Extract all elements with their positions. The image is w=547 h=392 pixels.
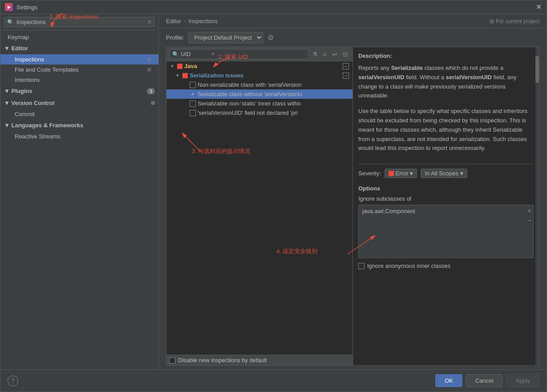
item2-label: Serializable class without 'serialVersio… bbox=[198, 91, 349, 97]
tree-java-item[interactable]: ▼ Java − bbox=[166, 61, 353, 71]
ok-button[interactable]: OK bbox=[435, 374, 462, 387]
profile-label: Profile: bbox=[166, 34, 184, 41]
ignore-anon-checkbox[interactable] bbox=[358, 263, 365, 269]
description-title: Description: bbox=[358, 53, 534, 59]
options-title: Options bbox=[358, 185, 534, 192]
view-options-button[interactable]: ⊟ bbox=[341, 50, 350, 59]
scope-chevron-icon: ▾ bbox=[460, 170, 463, 177]
sidebar-item-languages[interactable]: ▼ Languages & Frameworks bbox=[0, 119, 158, 131]
ignore-anon-row: Ignore anonymous inner classes bbox=[358, 263, 534, 269]
help-button[interactable]: ? bbox=[8, 376, 18, 386]
divider bbox=[358, 164, 534, 164]
file-templates-icon: ⊞ bbox=[147, 67, 151, 73]
item4-checkbox[interactable] bbox=[190, 110, 196, 116]
app-icon: ▶ bbox=[5, 3, 13, 11]
search-wrapper[interactable]: 🔍 ✕ bbox=[4, 17, 155, 27]
tree-panel: 🔍 ✕ ⚗ ≡ ⇌ ⊟ ▼ bbox=[166, 47, 353, 366]
serialization-label: Serialization issues bbox=[190, 72, 341, 79]
sidebar-item-editor[interactable]: ▼ Editor bbox=[0, 42, 158, 54]
item1-checkbox[interactable] bbox=[190, 82, 196, 88]
sidebar-item-keymap[interactable]: Keymap bbox=[0, 32, 158, 42]
tree-toolbar: 🔍 ✕ ⚗ ≡ ⇌ ⊟ bbox=[166, 47, 353, 61]
scrollbar-track bbox=[535, 47, 539, 365]
item3-checkbox[interactable] bbox=[190, 101, 196, 107]
tree-item-1[interactable]: Non-serializable class with 'serialVersi… bbox=[166, 80, 353, 89]
disable-inspections-label: Disable new inspections by default bbox=[178, 357, 267, 364]
sidebar-item-file-templates[interactable]: File and Code Templates ⊞ bbox=[0, 65, 158, 75]
panel-body: Profile: Project Default Project ⚙ 🔍 bbox=[159, 28, 547, 369]
tree-serialization-item[interactable]: ▼ Serialization issues − bbox=[166, 71, 353, 80]
sidebar-item-reactive-streams[interactable]: Reactive Streams bbox=[0, 131, 158, 141]
tree-item-3[interactable]: Serializable non-'static' inner class wi… bbox=[166, 99, 353, 108]
ignore-label: Ignore subclasses of bbox=[358, 195, 534, 202]
project-icon: ⊞ bbox=[490, 18, 494, 24]
java-label: Java bbox=[184, 63, 341, 69]
main-content: Editor › Inspections ⊞ For current proje… bbox=[159, 14, 547, 369]
search-bar-area: 🔍 ✕ bbox=[0, 14, 158, 30]
close-button[interactable]: ✕ bbox=[535, 4, 542, 11]
item1-label: Non-serializable class with 'serialVersi… bbox=[198, 81, 349, 88]
severity-row: Severity: Error ▾ In All Scopes ▾ bbox=[358, 169, 534, 178]
cancel-button[interactable]: Cancel bbox=[466, 374, 502, 387]
description-text2: Use the table below to specify what spec… bbox=[358, 107, 534, 153]
tree-clear-button[interactable]: ✕ bbox=[209, 50, 217, 58]
item4-label: 'serialVersionUID' field not declared 'p… bbox=[198, 109, 349, 116]
tree-item-4[interactable]: 'serialVersionUID' field not declared 'p… bbox=[166, 108, 353, 117]
apply-button[interactable]: Apply bbox=[506, 374, 539, 387]
sidebar-item-inspections[interactable]: Inspections ⊞ bbox=[0, 54, 158, 65]
description-panel: Description: Reports any Serializable cl… bbox=[353, 47, 539, 366]
severity-select[interactable]: Error ▾ bbox=[385, 169, 417, 178]
sidebar-nav: Keymap ▼ Editor Inspections ⊞ File and C… bbox=[0, 30, 158, 369]
clear-search-button[interactable]: ✕ bbox=[147, 19, 152, 25]
class-list-item: java.awt.Component bbox=[361, 207, 531, 215]
add-class-button[interactable]: + bbox=[527, 207, 531, 215]
profile-select[interactable]: Project Default Project bbox=[188, 32, 263, 43]
title-bar: ▶ Settings ✕ bbox=[0, 0, 547, 14]
sidebar-item-intentions[interactable]: Intentions bbox=[0, 75, 158, 85]
gear-button[interactable]: ⚙ bbox=[267, 33, 274, 42]
sidebar-item-commit[interactable]: Commit bbox=[0, 109, 158, 119]
tree-item-2[interactable]: ✓ Serializable class without 'serialVers… bbox=[166, 89, 353, 99]
java-checkbox[interactable]: − bbox=[343, 63, 349, 69]
expand-icon: ▼ bbox=[170, 64, 175, 69]
main-header: Editor › Inspections ⊞ For current proje… bbox=[159, 14, 547, 28]
item3-label: Serializable non-'static' inner class wi… bbox=[198, 100, 349, 107]
profile-row: Profile: Project Default Project ⚙ bbox=[166, 32, 539, 43]
tree-footer: Disable new inspections by default bbox=[166, 355, 353, 365]
remove-class-button[interactable]: − bbox=[527, 217, 531, 225]
for-current-project-button[interactable]: ⊞ For current project bbox=[490, 18, 539, 24]
dialog-title: Settings bbox=[16, 4, 37, 11]
sidebar: 🔍 ✕ Keymap ▼ Editor Inspections ⊞ File a… bbox=[0, 14, 159, 369]
inspections-panel: 🔍 ✕ ⚗ ≡ ⇌ ⊟ ▼ bbox=[166, 47, 539, 366]
search-icon: 🔍 bbox=[7, 19, 14, 25]
scrollbar-thumb[interactable] bbox=[535, 56, 539, 83]
tree-search-input[interactable] bbox=[181, 51, 207, 57]
search-input[interactable] bbox=[16, 19, 145, 25]
ignore-anon-label: Ignore anonymous inner classes bbox=[367, 263, 450, 269]
scope-select[interactable]: In All Scopes ▾ bbox=[421, 169, 467, 178]
tree-content: ▼ Java − ▼ Serialization issues − bbox=[166, 61, 353, 355]
collapse-all-button[interactable]: ⇌ bbox=[330, 50, 339, 59]
options-section: Options Ignore subclasses of java.awt.Co… bbox=[358, 185, 534, 269]
sidebar-item-version-control[interactable]: ▼ Version Control ⊞ bbox=[0, 97, 158, 109]
version-control-icon: ⊞ bbox=[151, 100, 155, 106]
tree-search-wrapper[interactable]: 🔍 ✕ bbox=[169, 49, 308, 59]
severity-label: Severity: bbox=[358, 170, 381, 177]
plugins-badge: 3 bbox=[147, 88, 155, 94]
class-list: java.awt.Component + − bbox=[358, 205, 534, 258]
action-buttons: OK Cancel Apply bbox=[435, 374, 539, 387]
tree-search-icon: 🔍 bbox=[172, 51, 179, 57]
serialization-checkbox[interactable]: − bbox=[343, 73, 349, 79]
chevron-down-icon: ▾ bbox=[410, 170, 413, 177]
filter-button[interactable]: ⚗ bbox=[310, 50, 320, 59]
sidebar-item-plugins[interactable]: ▼ Plugins 3 bbox=[0, 85, 158, 97]
item2-checkbox[interactable]: ✓ bbox=[190, 91, 196, 97]
breadcrumb: Editor › Inspections bbox=[166, 18, 218, 24]
expand-all-button[interactable]: ≡ bbox=[321, 50, 328, 59]
expand-icon: ▼ bbox=[175, 73, 181, 78]
disable-inspections-checkbox[interactable] bbox=[169, 357, 175, 364]
serialization-severity-indicator bbox=[182, 73, 188, 78]
java-severity-indicator bbox=[177, 64, 182, 69]
inspections-icon: ⊞ bbox=[147, 57, 151, 62]
description-text: Reports any Serializable classes which d… bbox=[358, 64, 534, 101]
